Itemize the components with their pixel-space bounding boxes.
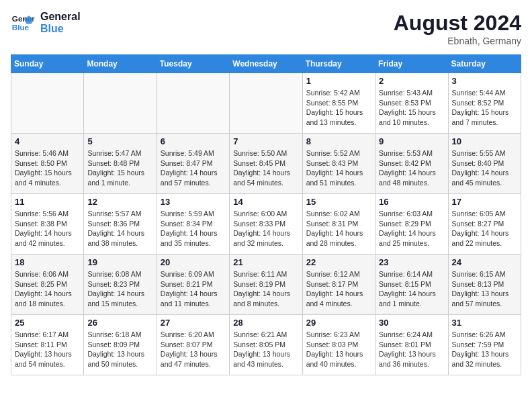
calendar-cell: 4Sunrise: 5:46 AMSunset: 8:50 PMDaylight…	[11, 134, 84, 194]
day-number: 12	[87, 197, 152, 207]
calendar-cell	[230, 73, 302, 134]
day-info: Sunrise: 5:55 AMSunset: 8:40 PMDaylight:…	[452, 148, 517, 188]
calendar-cell: 11Sunrise: 5:56 AMSunset: 8:38 PMDayligh…	[11, 194, 84, 255]
calendar-cell: 3Sunrise: 5:44 AMSunset: 8:52 PMDaylight…	[448, 73, 521, 134]
day-info: Sunrise: 6:06 AMSunset: 8:25 PMDaylight:…	[15, 269, 80, 309]
day-info: Sunrise: 5:52 AMSunset: 8:43 PMDaylight:…	[306, 148, 371, 188]
day-info: Sunrise: 6:20 AMSunset: 8:07 PMDaylight:…	[161, 330, 226, 369]
calendar-cell: 15Sunrise: 6:02 AMSunset: 8:31 PMDayligh…	[302, 194, 375, 255]
day-info: Sunrise: 6:26 AMSunset: 7:59 PMDaylight:…	[452, 330, 517, 369]
logo-icon: General Blue	[11, 11, 35, 35]
week-row-4: 18Sunrise: 6:06 AMSunset: 8:25 PMDayligh…	[11, 255, 521, 315]
day-info: Sunrise: 6:08 AMSunset: 8:23 PMDaylight:…	[87, 269, 152, 309]
day-number: 15	[306, 197, 371, 207]
calendar-cell: 24Sunrise: 6:15 AMSunset: 8:13 PMDayligh…	[448, 255, 521, 315]
day-number: 13	[161, 197, 226, 207]
day-number: 28	[233, 318, 298, 328]
col-header-tuesday: Tuesday	[157, 55, 229, 73]
col-header-monday: Monday	[84, 55, 157, 73]
day-number: 30	[379, 318, 444, 328]
col-header-friday: Friday	[375, 55, 448, 73]
day-number: 22	[306, 257, 371, 267]
day-info: Sunrise: 5:50 AMSunset: 8:45 PMDaylight:…	[233, 148, 298, 188]
day-number: 4	[15, 136, 80, 146]
calendar-cell: 30Sunrise: 6:24 AMSunset: 8:01 PMDayligh…	[375, 315, 448, 375]
calendar-cell: 14Sunrise: 6:00 AMSunset: 8:33 PMDayligh…	[230, 194, 302, 255]
day-number: 27	[161, 318, 226, 328]
col-header-thursday: Thursday	[302, 55, 375, 73]
day-info: Sunrise: 6:02 AMSunset: 8:31 PMDaylight:…	[306, 209, 371, 248]
day-info: Sunrise: 5:56 AMSunset: 8:38 PMDaylight:…	[15, 209, 80, 248]
week-row-2: 4Sunrise: 5:46 AMSunset: 8:50 PMDaylight…	[11, 134, 521, 194]
day-info: Sunrise: 5:57 AMSunset: 8:36 PMDaylight:…	[87, 209, 152, 248]
day-number: 29	[306, 318, 371, 328]
calendar-cell: 1Sunrise: 5:42 AMSunset: 8:55 PMDaylight…	[302, 73, 375, 134]
logo-blue: Blue	[40, 23, 81, 35]
day-info: Sunrise: 6:12 AMSunset: 8:17 PMDaylight:…	[306, 269, 371, 309]
calendar-cell: 21Sunrise: 6:11 AMSunset: 8:19 PMDayligh…	[230, 255, 302, 315]
day-number: 1	[306, 76, 371, 86]
logo: General Blue General Blue	[11, 11, 81, 35]
calendar-cell	[11, 73, 84, 134]
calendar-cell: 28Sunrise: 6:21 AMSunset: 8:05 PMDayligh…	[230, 315, 302, 375]
day-info: Sunrise: 6:21 AMSunset: 8:05 PMDaylight:…	[233, 330, 298, 369]
page-header: General Blue General Blue August 2024 Eb…	[11, 11, 521, 46]
day-number: 25	[15, 318, 80, 328]
day-number: 5	[87, 136, 152, 146]
day-info: Sunrise: 6:00 AMSunset: 8:33 PMDaylight:…	[233, 209, 298, 248]
calendar-cell: 27Sunrise: 6:20 AMSunset: 8:07 PMDayligh…	[157, 315, 229, 375]
week-row-1: 1Sunrise: 5:42 AMSunset: 8:55 PMDaylight…	[11, 73, 521, 134]
day-info: Sunrise: 5:59 AMSunset: 8:34 PMDaylight:…	[161, 209, 226, 248]
logo-general: General	[40, 11, 81, 23]
calendar-table: SundayMondayTuesdayWednesdayThursdayFrid…	[11, 54, 521, 375]
day-info: Sunrise: 6:09 AMSunset: 8:21 PMDaylight:…	[161, 269, 226, 309]
calendar-cell: 13Sunrise: 5:59 AMSunset: 8:34 PMDayligh…	[157, 194, 229, 255]
calendar-cell: 9Sunrise: 5:53 AMSunset: 8:42 PMDaylight…	[375, 134, 448, 194]
calendar-cell: 12Sunrise: 5:57 AMSunset: 8:36 PMDayligh…	[84, 194, 157, 255]
day-number: 9	[379, 136, 444, 146]
day-info: Sunrise: 5:43 AMSunset: 8:53 PMDaylight:…	[379, 88, 444, 128]
day-info: Sunrise: 6:23 AMSunset: 8:03 PMDaylight:…	[306, 330, 371, 369]
title-block: August 2024 Ebnath, Germany	[394, 11, 521, 46]
calendar-cell: 8Sunrise: 5:52 AMSunset: 8:43 PMDaylight…	[302, 134, 375, 194]
calendar-cell	[157, 73, 229, 134]
day-info: Sunrise: 5:53 AMSunset: 8:42 PMDaylight:…	[379, 148, 444, 188]
day-info: Sunrise: 5:42 AMSunset: 8:55 PMDaylight:…	[306, 88, 371, 128]
day-number: 3	[452, 76, 517, 86]
col-header-sunday: Sunday	[11, 55, 84, 73]
calendar-cell: 23Sunrise: 6:14 AMSunset: 8:15 PMDayligh…	[375, 255, 448, 315]
day-number: 26	[87, 318, 152, 328]
day-info: Sunrise: 6:05 AMSunset: 8:27 PMDaylight:…	[452, 209, 517, 248]
day-info: Sunrise: 5:49 AMSunset: 8:47 PMDaylight:…	[161, 148, 226, 188]
week-row-3: 11Sunrise: 5:56 AMSunset: 8:38 PMDayligh…	[11, 194, 521, 255]
calendar-cell: 6Sunrise: 5:49 AMSunset: 8:47 PMDaylight…	[157, 134, 229, 194]
calendar-cell: 5Sunrise: 5:47 AMSunset: 8:48 PMDaylight…	[84, 134, 157, 194]
day-number: 7	[233, 136, 298, 146]
day-info: Sunrise: 6:03 AMSunset: 8:29 PMDaylight:…	[379, 209, 444, 248]
day-number: 8	[306, 136, 371, 146]
day-info: Sunrise: 5:47 AMSunset: 8:48 PMDaylight:…	[87, 148, 152, 188]
calendar-cell: 7Sunrise: 5:50 AMSunset: 8:45 PMDaylight…	[230, 134, 302, 194]
calendar-cell: 25Sunrise: 6:17 AMSunset: 8:11 PMDayligh…	[11, 315, 84, 375]
day-number: 31	[452, 318, 517, 328]
day-number: 19	[87, 257, 152, 267]
col-header-wednesday: Wednesday	[230, 55, 302, 73]
calendar-cell: 16Sunrise: 6:03 AMSunset: 8:29 PMDayligh…	[375, 194, 448, 255]
calendar-cell: 31Sunrise: 6:26 AMSunset: 7:59 PMDayligh…	[448, 315, 521, 375]
day-number: 18	[15, 257, 80, 267]
day-info: Sunrise: 6:18 AMSunset: 8:09 PMDaylight:…	[87, 330, 152, 369]
calendar-cell: 22Sunrise: 6:12 AMSunset: 8:17 PMDayligh…	[302, 255, 375, 315]
day-number: 17	[452, 197, 517, 207]
month-year: August 2024	[394, 11, 521, 36]
calendar-cell	[84, 73, 157, 134]
calendar-cell: 18Sunrise: 6:06 AMSunset: 8:25 PMDayligh…	[11, 255, 84, 315]
day-number: 16	[379, 197, 444, 207]
day-number: 23	[379, 257, 444, 267]
calendar-cell: 17Sunrise: 6:05 AMSunset: 8:27 PMDayligh…	[448, 194, 521, 255]
day-info: Sunrise: 5:46 AMSunset: 8:50 PMDaylight:…	[15, 148, 80, 188]
calendar-cell: 2Sunrise: 5:43 AMSunset: 8:53 PMDaylight…	[375, 73, 448, 134]
calendar-cell: 19Sunrise: 6:08 AMSunset: 8:23 PMDayligh…	[84, 255, 157, 315]
day-number: 21	[233, 257, 298, 267]
day-number: 11	[15, 197, 80, 207]
week-row-5: 25Sunrise: 6:17 AMSunset: 8:11 PMDayligh…	[11, 315, 521, 375]
